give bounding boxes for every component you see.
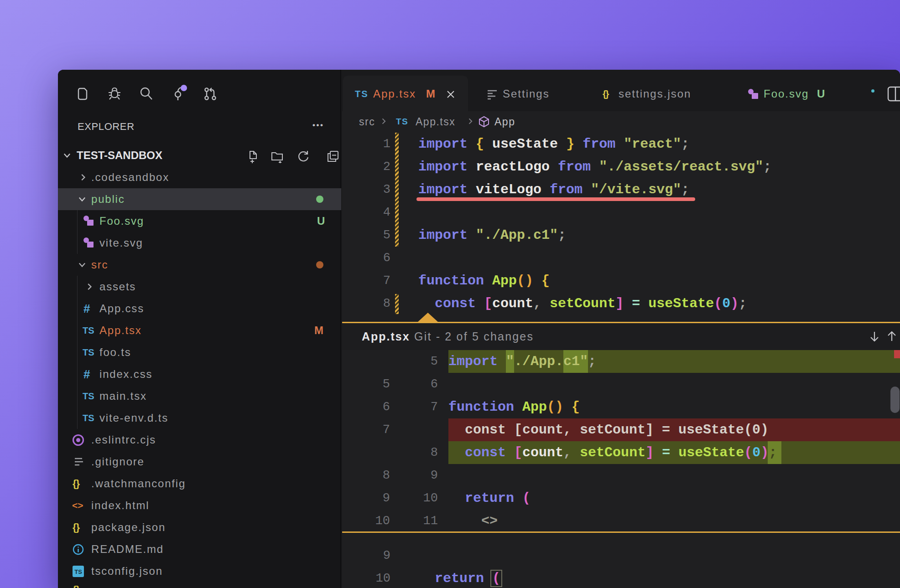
svg-text:TS: TS xyxy=(74,568,82,575)
